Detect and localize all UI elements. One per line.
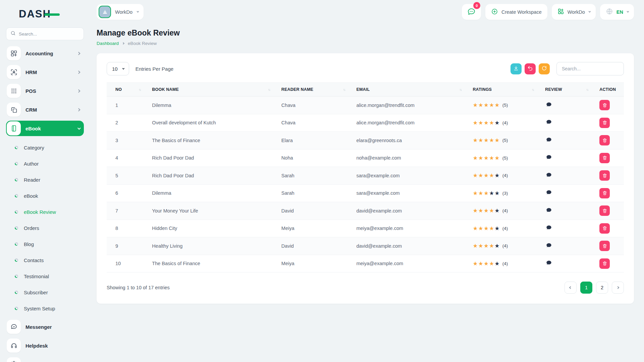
sidebar-subitem-ebook[interactable]: eBook xyxy=(6,188,84,204)
column-header-book-name[interactable]: BOOK NAME↑↓ xyxy=(148,83,277,97)
pagination-prev-button[interactable] xyxy=(565,282,577,294)
sidebar-subitem-system-setup[interactable]: System Setup xyxy=(6,300,84,316)
star-filled-icon: ★ xyxy=(478,190,484,196)
review-comment-button[interactable] xyxy=(545,136,553,145)
table-row: 2Overall development of KutchChavaalice.… xyxy=(107,114,624,132)
create-workspace-button[interactable]: Create Workspace xyxy=(485,4,547,20)
breadcrumb-dashboard-link[interactable]: Dashboard xyxy=(97,41,119,46)
sidebar-subitem-ebook-review[interactable]: eBook Review xyxy=(6,204,84,220)
undo-button[interactable] xyxy=(525,63,536,74)
sidebar-item-pos[interactable]: POS xyxy=(6,83,84,99)
sidebar-subitem-contacts[interactable]: Contacts xyxy=(6,252,84,268)
download-icon xyxy=(513,65,519,72)
pagination-next-button[interactable] xyxy=(612,282,624,294)
star-filled-icon: ★ xyxy=(484,172,489,178)
star-filled-icon: ★ xyxy=(495,155,500,161)
entries-summary: Showing 1 to 10 of 17 entries xyxy=(107,285,170,290)
workspace-selector[interactable]: WorkDo xyxy=(97,4,144,20)
sidebar-item-hrm[interactable]: HRM xyxy=(6,64,84,80)
delete-button[interactable] xyxy=(599,188,610,198)
delete-button[interactable] xyxy=(599,223,610,234)
review-comment-button[interactable] xyxy=(545,171,553,180)
workdo-menu-button[interactable]: WorkDo xyxy=(552,4,596,20)
refresh-button[interactable] xyxy=(539,63,550,74)
review-comment-button[interactable] xyxy=(545,259,553,268)
sidebar-search-input[interactable] xyxy=(19,32,79,37)
sidebar-subitem-author[interactable]: Author xyxy=(6,156,84,172)
sidebar-subitem-subscriber[interactable]: Subscriber xyxy=(6,284,84,300)
chevron-right-icon xyxy=(122,42,124,45)
star-filled-icon: ★ xyxy=(473,137,478,143)
pagination-page-1-button[interactable]: 1 xyxy=(580,282,592,294)
create-workspace-label: Create Workspace xyxy=(501,9,542,15)
star-filled-icon: ★ xyxy=(473,190,478,196)
row-email: elara@greenroots.ca xyxy=(352,132,469,149)
table-search-input[interactable] xyxy=(556,62,624,75)
comment-bubble-icon xyxy=(546,154,552,162)
export-button[interactable] xyxy=(511,63,522,74)
brand-logo-dash xyxy=(44,13,60,16)
delete-button[interactable] xyxy=(599,258,610,269)
breadcrumb-current: eBook Review xyxy=(128,41,157,46)
sidebar-item-settings[interactable]: Settings xyxy=(6,357,84,362)
submenu-bullet-icon xyxy=(15,307,18,310)
row-reader-name: Meiya xyxy=(277,255,353,273)
sidebar-subitem-testimonial[interactable]: Testimonial xyxy=(6,268,84,284)
refresh-icon xyxy=(541,65,547,72)
column-header-review[interactable]: REVIEW↑↓ xyxy=(541,83,595,97)
column-header-reader-name[interactable]: READER NAME↑↓ xyxy=(277,83,353,97)
sidebar-item-label: CRM xyxy=(25,107,73,113)
comment-bubble-icon xyxy=(546,207,552,215)
sidebar-subitem-orders[interactable]: Orders xyxy=(6,220,84,236)
delete-button[interactable] xyxy=(599,135,610,145)
sidebar-item-ebook[interactable]: eBook xyxy=(6,121,84,136)
delete-button[interactable] xyxy=(599,100,610,110)
sidebar-subitem-label: Reader xyxy=(24,177,40,183)
row-reader-name: Noha xyxy=(277,149,353,167)
delete-button[interactable] xyxy=(599,153,610,163)
sidebar-subitem-blog[interactable]: Blog xyxy=(6,236,84,252)
sidebar-subitem-label: Subscriber xyxy=(24,290,48,295)
review-comment-button[interactable] xyxy=(545,154,553,162)
column-header-email[interactable]: EMAIL↑↓ xyxy=(352,83,469,97)
pagination-page-2-button[interactable]: 2 xyxy=(596,282,608,294)
rating-stars: ★★★★★ xyxy=(473,243,500,249)
review-comment-button[interactable] xyxy=(545,242,553,250)
table-card: 10 Entries Per Page xyxy=(97,53,634,304)
column-header-no[interactable]: NO↑↓ xyxy=(107,83,148,97)
delete-button[interactable] xyxy=(599,118,610,128)
rating-count: (5) xyxy=(502,138,508,143)
sidebar-subitem-category[interactable]: Category xyxy=(6,139,84,156)
rating-count: (4) xyxy=(502,261,508,266)
sidebar-subitem-reader[interactable]: Reader xyxy=(6,172,84,188)
row-rating: ★★★★★(5) xyxy=(469,132,541,149)
review-comment-button[interactable] xyxy=(545,189,553,197)
ebook-icon xyxy=(7,121,21,135)
row-action xyxy=(595,149,624,167)
delete-button[interactable] xyxy=(599,241,610,251)
entries-per-page-select[interactable]: 10 xyxy=(107,62,129,75)
language-selector[interactable]: EN xyxy=(600,4,634,20)
workspace-building-icon xyxy=(99,6,111,18)
sidebar-item-crm[interactable]: CRM xyxy=(6,102,84,117)
brand-logo[interactable]: DASH xyxy=(19,8,51,20)
review-comment-button[interactable] xyxy=(545,118,553,127)
sort-icon: ↑↓ xyxy=(343,88,345,92)
column-header-ratings[interactable]: RATINGS↑↓ xyxy=(469,83,541,97)
undo-arrow-icon xyxy=(527,65,533,72)
chevron-down-icon xyxy=(137,10,139,13)
sidebar-item-helpdesk[interactable]: Helpdesk xyxy=(6,338,84,353)
review-comment-button[interactable] xyxy=(545,224,553,233)
delete-button[interactable] xyxy=(599,170,610,181)
messages-button[interactable]: 0 xyxy=(462,4,481,20)
trash-icon xyxy=(602,190,607,196)
row-action xyxy=(595,184,624,202)
sidebar-item-accounting[interactable]: Accounting xyxy=(6,46,84,61)
review-comment-button[interactable] xyxy=(545,206,553,215)
delete-button[interactable] xyxy=(599,205,610,216)
trash-icon xyxy=(602,226,607,231)
chevron-left-icon xyxy=(569,286,572,289)
sidebar-item-messenger[interactable]: Messenger xyxy=(6,319,84,335)
grid-plus-icon xyxy=(557,8,564,16)
review-comment-button[interactable] xyxy=(545,101,553,110)
